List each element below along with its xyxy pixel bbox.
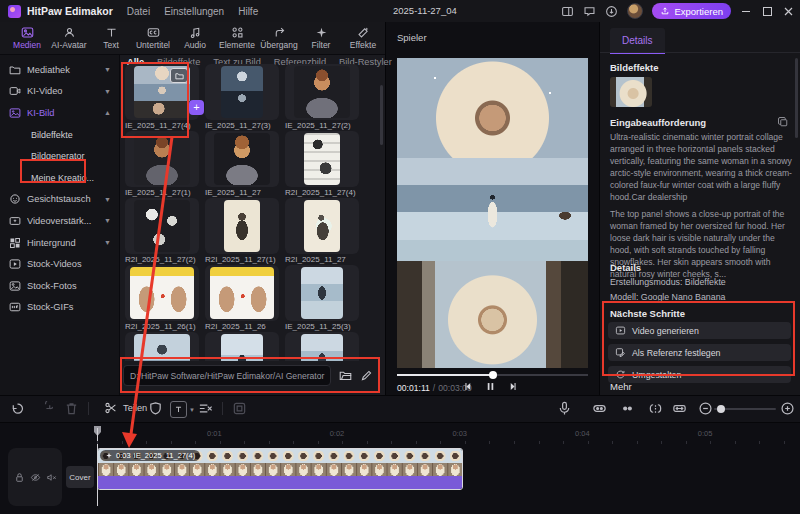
redo-icon[interactable] xyxy=(38,401,53,416)
minimize-button[interactable] xyxy=(740,5,752,17)
details-thumbnail[interactable] xyxy=(610,77,652,107)
clip-name: IE_2025_11_27(4) xyxy=(134,451,196,460)
edit-path-icon[interactable] xyxy=(360,369,373,382)
media-item-name: R2I_2025_11_27(2) xyxy=(125,255,199,264)
user-avatar[interactable] xyxy=(627,3,643,19)
cover-button[interactable]: Cover xyxy=(66,466,94,488)
zoom-fit-icon[interactable] xyxy=(780,401,795,416)
sidebar-item-label: Stock-Fotos xyxy=(27,281,119,291)
action-umgestalten[interactable]: Umgestalten xyxy=(608,366,791,383)
sidebar-item-gesichtstausch[interactable]: Gesichtstausch▼ xyxy=(0,189,119,211)
tab-übergang[interactable]: Übergang xyxy=(258,26,300,50)
pause-icon[interactable] xyxy=(485,381,496,392)
progress-knob[interactable] xyxy=(489,371,497,379)
feedback-icon[interactable] xyxy=(583,5,596,18)
action-als-referenz-festlegen[interactable]: Als Referenz festlegen xyxy=(608,344,791,361)
tab-effekte[interactable]: Effekte xyxy=(342,26,384,50)
media-thumbnail xyxy=(301,267,343,319)
sidebar-item-stock-videos[interactable]: Stock-Videos xyxy=(0,253,119,275)
more-label[interactable]: Mehr xyxy=(610,381,632,392)
media-item-r2i-2025-11-27[interactable]: R2I_2025_11_27 xyxy=(285,200,359,264)
playback-progress-bar[interactable] xyxy=(397,374,588,376)
marker-badge-icon[interactable] xyxy=(148,401,163,416)
sidebar-item-ki-video[interactable]: KI-Video▼ xyxy=(0,81,119,103)
delete-icon[interactable] xyxy=(64,401,79,416)
sidebar-item-ki-bild[interactable]: KI-Bild▲ xyxy=(0,102,119,124)
lock-track-icon[interactable] xyxy=(14,472,25,483)
tab-elemente[interactable]: Elemente xyxy=(216,26,258,50)
media-item-r2i-2025-11-26-1[interactable]: R2I_2025_11_26(1) xyxy=(125,267,199,331)
tab-ai-avatar[interactable]: AI-Avatar xyxy=(48,26,90,50)
collection-badge-icon[interactable] xyxy=(170,68,188,83)
chevron-down-icon: ▼ xyxy=(104,217,111,224)
keyframe-icon[interactable] xyxy=(592,401,607,416)
menu-hilfe[interactable]: Hilfe xyxy=(238,6,258,17)
action-video-generieren[interactable]: Video generieren xyxy=(608,322,791,339)
sidebar-item-stock-fotos[interactable]: Stock-Fotos xyxy=(0,275,119,297)
media-item-ie-2025-11-27-3[interactable]: IE_2025_11_27(3) xyxy=(205,66,279,130)
mute-track-icon[interactable] xyxy=(46,472,57,483)
sidebar-item-stock-gifs[interactable]: Stock-GIFs xyxy=(0,297,119,319)
maximize-button[interactable] xyxy=(761,5,773,17)
fit-clip-icon[interactable] xyxy=(672,401,687,416)
media-item-r2i-2025-11-26[interactable]: R2I_2025_11_26 xyxy=(205,267,279,331)
previous-frame-icon[interactable] xyxy=(462,381,473,392)
media-item-ie-2025-11-27[interactable]: IE_2025_11_27 xyxy=(205,133,279,197)
chevron-down-icon: ▼ xyxy=(104,196,111,203)
sidebar-item-bildeffekte[interactable]: Bildeffekte xyxy=(0,124,119,146)
sidebar-item-meine-kreatio[interactable]: Meine Kreatio... xyxy=(0,167,119,189)
audio-separate-icon[interactable] xyxy=(620,401,635,416)
undo-icon[interactable] xyxy=(10,401,25,416)
add-to-timeline-button[interactable]: + xyxy=(189,100,204,115)
close-button[interactable] xyxy=(782,5,794,17)
voiceover-mic-icon[interactable] xyxy=(557,401,572,416)
ripple-delete-icon[interactable] xyxy=(198,401,213,416)
media-thumbnail xyxy=(304,133,340,185)
hide-track-icon[interactable] xyxy=(30,472,41,483)
media-thumbnail xyxy=(134,200,190,252)
media-item-r2i-2025-11-27-2[interactable]: R2I_2025_11_27(2) xyxy=(125,200,199,264)
details-scrollbar[interactable] xyxy=(795,58,798,138)
output-path-input[interactable]: D:/HitPaw Software/HitPaw Edimakor/AI Ge… xyxy=(123,365,331,386)
freeze-frame-icon[interactable] xyxy=(232,401,247,416)
ruler-tick xyxy=(759,441,760,444)
menu-einstellungen[interactable]: Einstellungen xyxy=(164,6,224,17)
sidebar-item-bildgenerator[interactable]: Bildgenerator xyxy=(0,145,119,167)
media-item-ie-2025-11-25-3[interactable]: IE_2025_11_25(3) xyxy=(285,267,359,331)
tab-filter[interactable]: Filter xyxy=(300,26,342,50)
download-icon[interactable] xyxy=(605,5,618,18)
media-grid-scrollbar[interactable] xyxy=(380,85,383,145)
media-item-ie-2025-11-27-1[interactable]: IE_2025_11_27(1) xyxy=(125,133,199,197)
ruler-tick xyxy=(97,441,98,444)
timeline-zoom-knob[interactable] xyxy=(717,405,725,413)
sidebar-item-hintergrund[interactable]: Hintergrund▼ xyxy=(0,232,119,254)
sidebar-item-label: Bildgenerator xyxy=(31,151,119,161)
copy-prompt-icon[interactable] xyxy=(777,116,789,128)
ruler-tick xyxy=(588,441,589,444)
media-item-r2i-2025-11-27-4[interactable]: R2I_2025_11_27(4) xyxy=(285,133,359,197)
tab-text[interactable]: Text xyxy=(90,26,132,50)
tab-audio[interactable]: Audio xyxy=(174,26,216,50)
sidebar-item-videoverstärk[interactable]: Videoverstärk...▼ xyxy=(0,210,119,232)
media-item-name: IE_2025_11_27(1) xyxy=(125,188,199,197)
menu-datei[interactable]: Datei xyxy=(127,6,150,17)
split-button[interactable]: Teilen xyxy=(104,401,147,415)
zoom-out-icon[interactable] xyxy=(698,401,713,416)
ruler-label-0-05: 0:05 xyxy=(698,429,713,438)
tab-untertitel[interactable]: Untertitel xyxy=(132,26,174,50)
tab-details[interactable]: Details xyxy=(610,28,665,54)
media-item-ie-2025-11-27-2[interactable]: IE_2025_11_27(2) xyxy=(285,66,359,130)
video-preview[interactable] xyxy=(397,58,588,368)
tab-medien[interactable]: Medien xyxy=(6,26,48,50)
layout-panels-icon[interactable] xyxy=(561,5,574,18)
ruler-tick xyxy=(269,441,270,444)
open-folder-icon[interactable] xyxy=(339,369,352,382)
sidebar-item-mediathek[interactable]: Mediathek▼ xyxy=(0,59,119,81)
ruler-tick xyxy=(539,441,540,444)
export-button[interactable]: Exportieren xyxy=(652,3,731,19)
tab-label: Filter xyxy=(312,40,331,50)
next-frame-icon[interactable] xyxy=(508,381,519,392)
split-view-icon[interactable] xyxy=(648,401,663,416)
media-item-r2i-2025-11-27-1[interactable]: R2I_2025_11_27(1) xyxy=(205,200,279,264)
text-tool-button[interactable]: ▼ xyxy=(170,401,195,418)
